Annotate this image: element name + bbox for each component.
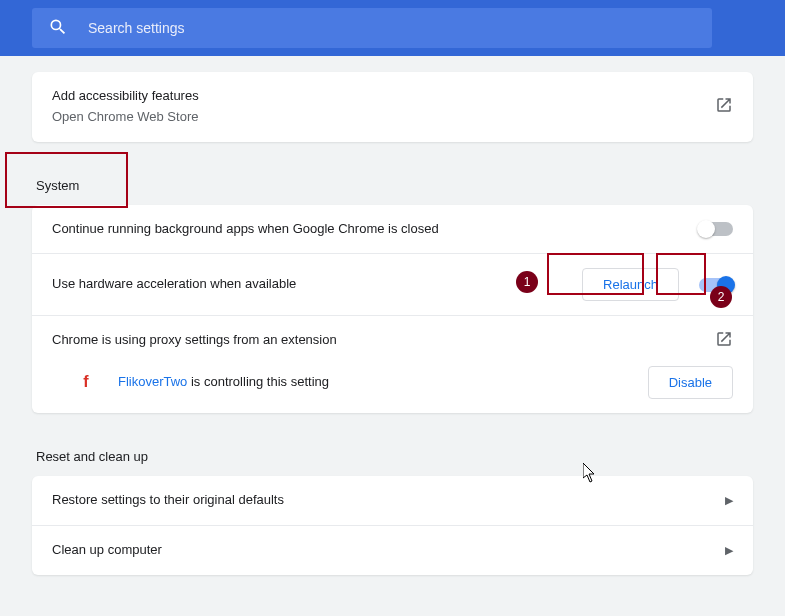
relaunch-button[interactable]: Relaunch (582, 268, 679, 301)
restore-row[interactable]: Restore settings to their original defau… (32, 476, 753, 525)
cleanup-label: Clean up computer (52, 540, 713, 561)
extension-suffix: is controlling this setting (187, 374, 329, 389)
bg-apps-row: Continue running background apps when Go… (32, 205, 753, 254)
hw-accel-toggle[interactable] (699, 278, 733, 292)
search-box[interactable] (32, 8, 712, 48)
cleanup-row[interactable]: Clean up computer ▶ (32, 525, 753, 575)
extension-icon: f (76, 372, 96, 392)
hw-accel-row: Use hardware acceleration when available… (32, 253, 753, 315)
restore-label: Restore settings to their original defau… (52, 490, 713, 511)
chevron-right-icon: ▶ (725, 494, 733, 507)
extension-name[interactable]: FlikoverTwo (118, 374, 187, 389)
topbar (0, 0, 785, 56)
reset-heading: Reset and clean up (32, 429, 753, 476)
open-external-icon (715, 330, 733, 351)
open-external-icon (715, 96, 733, 117)
proxy-label: Chrome is using proxy settings from an e… (52, 330, 703, 351)
reset-card: Restore settings to their original defau… (32, 476, 753, 575)
bg-apps-label: Continue running background apps when Go… (52, 219, 687, 240)
content: Add accessibility features Open Chrome W… (0, 72, 785, 575)
bg-apps-toggle[interactable] (699, 222, 733, 236)
extension-row: f FlikoverTwo is controlling this settin… (32, 365, 753, 413)
chevron-right-icon: ▶ (725, 544, 733, 557)
system-heading: System (32, 158, 753, 205)
accessibility-row[interactable]: Add accessibility features Open Chrome W… (32, 72, 753, 142)
accessibility-title: Add accessibility features (52, 86, 703, 107)
search-icon (48, 17, 68, 40)
accessibility-card: Add accessibility features Open Chrome W… (32, 72, 753, 142)
proxy-row[interactable]: Chrome is using proxy settings from an e… (32, 315, 753, 365)
accessibility-subtitle: Open Chrome Web Store (52, 107, 703, 128)
disable-button[interactable]: Disable (648, 366, 733, 399)
search-input[interactable] (88, 20, 696, 36)
system-card: Continue running background apps when Go… (32, 205, 753, 414)
hw-accel-label: Use hardware acceleration when available (52, 274, 570, 295)
extension-info: FlikoverTwo is controlling this setting (118, 372, 636, 393)
